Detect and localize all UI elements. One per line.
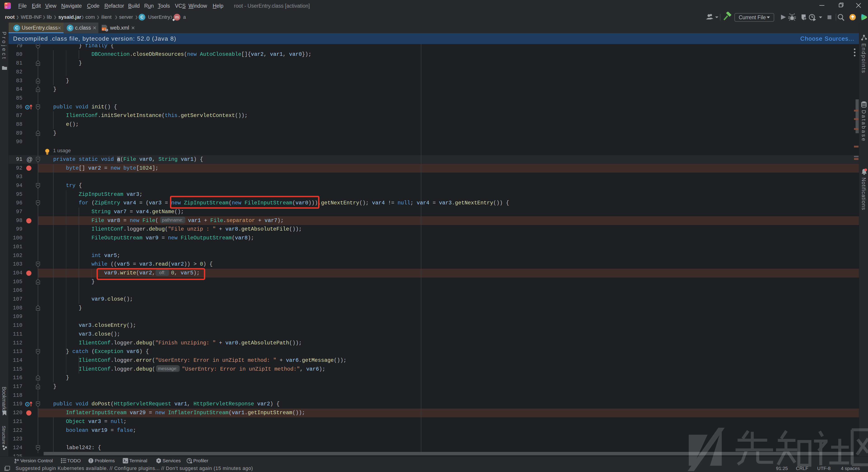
svg-text:<: < [102, 28, 104, 31]
svg-text:Current File: Current File [739, 14, 766, 20]
